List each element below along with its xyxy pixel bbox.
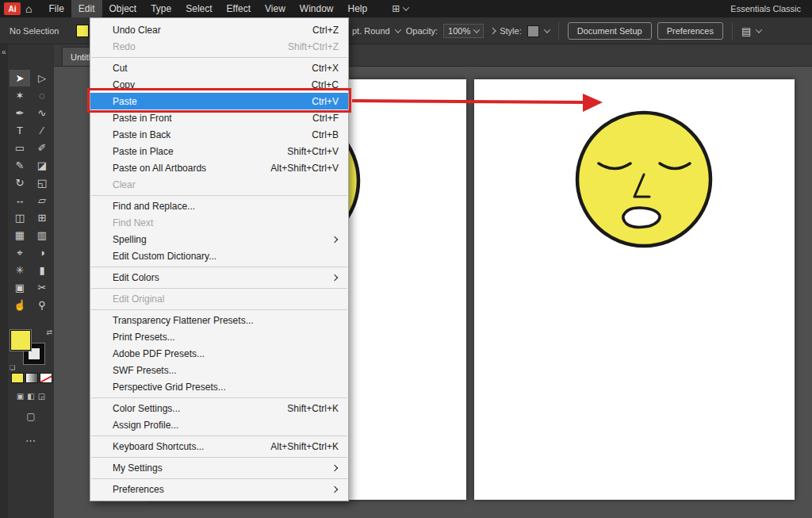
menu-separator: [91, 397, 347, 398]
eyedropper-tool[interactable]: ⌖: [10, 244, 30, 261]
edit-menu-item[interactable]: Undo Clear Ctrl+Z: [90, 21, 348, 38]
blend-tool[interactable]: ◑: [32, 244, 52, 261]
fill-color-chip[interactable]: [76, 25, 89, 37]
opacity-label: Opacity:: [406, 26, 438, 36]
mesh-tool[interactable]: ▦: [10, 227, 30, 244]
menubar-item-object[interactable]: Object: [102, 0, 144, 17]
edit-menu-item[interactable]: Transparency Flattener Presets...: [90, 312, 348, 328]
brush-definition[interactable]: pt. Round: [352, 26, 390, 36]
chevron-down-icon[interactable]: [756, 26, 762, 33]
menubar-item-file[interactable]: File: [41, 0, 71, 17]
shape-builder-tool[interactable]: ◫: [10, 209, 30, 226]
edit-menu-item[interactable]: Find and Replace...: [90, 198, 348, 214]
chevron-down-icon: [403, 4, 409, 10]
rotate-tool[interactable]: ↻: [10, 175, 30, 191]
fill-swatch[interactable]: [10, 330, 31, 351]
transform-options-icon[interactable]: ▤: [741, 25, 751, 37]
opacity-value: 100%: [448, 26, 470, 36]
home-icon[interactable]: ⌂: [25, 2, 32, 15]
edit-menu-item[interactable]: Spelling: [90, 231, 348, 247]
edit-menu-item[interactable]: Edit Colors: [90, 269, 348, 286]
width-tool[interactable]: ↔: [10, 192, 30, 209]
draw-inside-icon[interactable]: ◲: [38, 392, 45, 401]
menubar-item-type[interactable]: Type: [144, 0, 178, 17]
gradient-button[interactable]: [25, 373, 38, 383]
zoom-tool[interactable]: ⚲: [32, 297, 52, 313]
perspective-grid-tool[interactable]: ⊞: [32, 209, 52, 226]
selection-tool[interactable]: ➤: [10, 70, 30, 86]
menubar-item-window[interactable]: Window: [293, 0, 341, 17]
menu-separator: [91, 195, 347, 196]
document-setup-button[interactable]: Document Setup: [568, 22, 652, 40]
chevron-down-icon[interactable]: [394, 26, 400, 33]
menubar-item-help[interactable]: Help: [341, 0, 375, 17]
draw-behind-icon[interactable]: ◧: [27, 392, 34, 401]
edit-menu-item[interactable]: Paste in Back Ctrl+B: [90, 126, 348, 143]
none-button[interactable]: [40, 373, 52, 383]
edit-menu-item[interactable]: Copy Ctrl+C: [90, 76, 348, 93]
menubar-item-view[interactable]: View: [258, 0, 293, 17]
edit-menu-item[interactable]: Color Settings... Shift+Ctrl+K: [90, 400, 348, 416]
arrange-documents-control[interactable]: ⊞: [392, 3, 408, 14]
edit-menu-item[interactable]: Adobe PDF Presets...: [90, 345, 348, 362]
paintbrush-tool[interactable]: ✐: [32, 140, 52, 156]
divider: [732, 22, 733, 40]
collapse-panel-icon[interactable]: «: [2, 48, 6, 56]
fill-stroke-control: ⇄ ❏: [8, 328, 54, 373]
menubar-item-effect[interactable]: Effect: [220, 0, 258, 17]
edit-menu-item[interactable]: SWF Presets...: [90, 362, 348, 378]
screen-mode-button[interactable]: ▢: [8, 411, 54, 422]
free-transform-tool[interactable]: ▱: [32, 192, 52, 209]
slice-tool[interactable]: ✂: [32, 279, 52, 296]
pencil-tool[interactable]: ✎: [10, 157, 30, 174]
edit-menu-item: Clear: [90, 176, 348, 193]
type-tool[interactable]: T: [10, 122, 30, 139]
opacity-value-dropdown[interactable]: 100%: [443, 24, 484, 38]
edit-menu-item[interactable]: Edit Custom Dictionary...: [90, 247, 348, 264]
chevron-down-icon[interactable]: [543, 26, 550, 33]
illustrator-logo[interactable]: Ai: [4, 2, 21, 15]
column-graph-tool[interactable]: ▮: [32, 262, 52, 278]
workspace-switcher[interactable]: Essentials Classic: [730, 4, 801, 13]
line-segment-tool[interactable]: ∕: [32, 122, 52, 139]
edit-menu-item[interactable]: Paste in Place Shift+Ctrl+V: [90, 143, 348, 159]
default-fill-stroke-icon[interactable]: ❏: [10, 364, 15, 371]
preferences-button[interactable]: Preferences: [657, 22, 723, 40]
hand-tool[interactable]: ☝: [10, 297, 30, 313]
chevron-down-icon: [473, 26, 480, 33]
edit-menu-item[interactable]: My Settings: [90, 459, 348, 476]
menu-separator: [91, 267, 347, 267]
edit-menu-item[interactable]: Print Presets...: [90, 328, 348, 345]
swap-fill-stroke-icon[interactable]: ⇄: [46, 328, 52, 336]
edit-menu-item-paste[interactable]: Paste Ctrl+V: [90, 93, 348, 109]
menubar-item-edit[interactable]: Edit: [71, 0, 102, 17]
curvature-tool[interactable]: ∿: [32, 105, 52, 121]
toolbar-overflow-icon[interactable]: ⋯: [8, 435, 54, 447]
direct-selection-tool[interactable]: ▷: [32, 70, 52, 86]
edit-menu-item[interactable]: Preferences: [90, 481, 348, 497]
pen-tool[interactable]: ✒: [10, 105, 30, 121]
rectangle-tool[interactable]: ▭: [10, 140, 30, 156]
style-swatch[interactable]: [527, 25, 539, 37]
lasso-tool[interactable]: ◌: [32, 87, 52, 104]
edit-menu-item[interactable]: Paste in Front Ctrl+F: [90, 109, 348, 126]
symbol-sprayer-tool[interactable]: ✳: [10, 262, 30, 278]
magic-wand-tool[interactable]: ✶: [10, 87, 30, 104]
menu-separator: [91, 457, 347, 458]
edit-menu-item[interactable]: Assign Profile...: [90, 416, 348, 433]
panel-edge-strip: «: [0, 44, 8, 518]
chevron-right-icon[interactable]: [489, 28, 496, 34]
edit-menu-item[interactable]: Paste on All Artboards Alt+Shift+Ctrl+V: [90, 159, 348, 176]
artboard-2[interactable]: [474, 79, 795, 500]
artboard-tool[interactable]: ▣: [10, 279, 30, 296]
edit-menu-item[interactable]: Keyboard Shortcuts... Alt+Shift+Ctrl+K: [90, 438, 348, 455]
edit-menu-item[interactable]: Perspective Grid Presets...: [90, 378, 348, 395]
gradient-tool[interactable]: ▥: [32, 227, 52, 244]
draw-normal-icon[interactable]: ▣: [17, 392, 24, 401]
arrange-documents-icon: ⊞: [392, 3, 400, 14]
scale-tool[interactable]: ◱: [32, 175, 52, 191]
color-button[interactable]: [11, 373, 24, 383]
edit-menu-item[interactable]: Cut Ctrl+X: [90, 59, 348, 76]
menubar-item-select[interactable]: Select: [178, 0, 219, 17]
eraser-tool[interactable]: ◪: [32, 157, 52, 174]
